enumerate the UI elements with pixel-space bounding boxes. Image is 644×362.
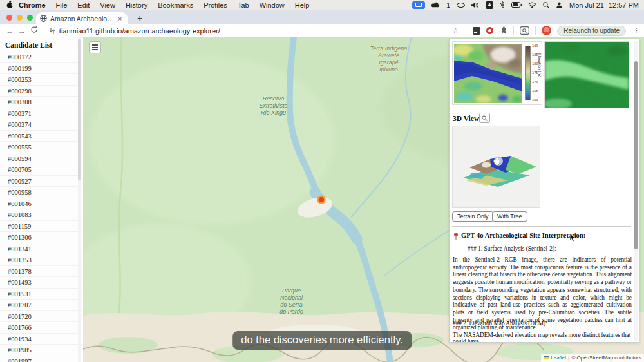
candidate-item[interactable]: #000927 bbox=[0, 176, 82, 187]
terrain-only-button[interactable]: Terrain Only bbox=[452, 211, 494, 222]
menu-item[interactable]: History bbox=[126, 1, 147, 9]
battery-icon[interactable] bbox=[511, 2, 522, 8]
candidate-item[interactable]: #001353 bbox=[0, 254, 82, 266]
candidate-item[interactable]: #000594 bbox=[0, 153, 82, 165]
profile-avatar[interactable] bbox=[542, 26, 551, 35]
candidate-list: #000172#000199#000253#000298#000308#0003… bbox=[0, 52, 82, 362]
candidate-item[interactable]: #000172 bbox=[0, 52, 82, 63]
url-text[interactable]: tianmiao11.github.io/amazon-archaeology-… bbox=[59, 27, 220, 35]
grab-cursor-icon bbox=[493, 156, 502, 169]
user-switch-icon[interactable] bbox=[556, 1, 563, 8]
candidate-item[interactable]: #001707 bbox=[0, 300, 82, 311]
3d-terrain-view[interactable] bbox=[452, 126, 540, 208]
candidate-item[interactable]: #001997 bbox=[0, 356, 82, 362]
extension-icons-row: Relaunch to update ⋮ bbox=[473, 26, 644, 36]
map-attribution: Leaflet | © OpenStreetMap contributors bbox=[541, 354, 644, 362]
tab-title: Amazon Archaeology Explor bbox=[50, 15, 115, 23]
candidate-item[interactable]: #001934 bbox=[0, 334, 82, 345]
window-minimize-button[interactable] bbox=[17, 15, 23, 21]
candidate-item[interactable]: #000298 bbox=[0, 86, 82, 97]
bookmark-star-icon[interactable]: ☆ bbox=[452, 26, 459, 35]
new-tab-button[interactable]: + bbox=[134, 13, 146, 24]
forward-button[interactable]: → bbox=[16, 26, 28, 35]
candidate-item[interactable]: #000705 bbox=[0, 164, 82, 176]
colorbar-tick: 160 bbox=[532, 99, 538, 102]
cloud-icon[interactable] bbox=[431, 2, 440, 8]
candidate-sidebar: Candidate List #000172#000199#000253#000… bbox=[0, 37, 82, 362]
candidate-item[interactable]: #001046 bbox=[0, 198, 82, 210]
candidate-item[interactable]: #001766 bbox=[0, 322, 82, 334]
candidate-item[interactable]: #000958 bbox=[0, 187, 82, 198]
screen-recording-icon[interactable] bbox=[412, 1, 425, 9]
window-maximize-button[interactable] bbox=[27, 15, 33, 21]
panel-divider bbox=[452, 226, 631, 227]
volume-icon[interactable] bbox=[471, 2, 479, 8]
wifi-icon[interactable] bbox=[528, 2, 536, 8]
candidate-item[interactable]: #001159 bbox=[0, 221, 82, 233]
tab-close-icon[interactable]: × bbox=[118, 15, 122, 23]
sidebar-scrollbar[interactable] bbox=[78, 37, 81, 362]
menu-item[interactable]: Chrome bbox=[19, 1, 46, 9]
candidate-item[interactable]: #001720 bbox=[0, 311, 82, 323]
colorbar-tick: 170 bbox=[532, 81, 538, 84]
leaflet-link[interactable]: Leaflet bbox=[551, 355, 566, 361]
candidate-item[interactable]: #000371 bbox=[0, 108, 82, 120]
gpt-interpretation-title: GPT-4o Archaeological Site Interpretatio… bbox=[453, 232, 627, 240]
extension-icon-red-ring[interactable] bbox=[486, 27, 493, 34]
apple-menu-icon[interactable] bbox=[6, 1, 14, 9]
osm-link[interactable]: © OpenStreetMap contributors bbox=[571, 355, 641, 361]
spotlight-search-icon[interactable] bbox=[543, 2, 549, 8]
canopy-image-figure bbox=[544, 41, 629, 108]
menu-item[interactable]: Help bbox=[295, 1, 310, 9]
with-tree-button[interactable]: With Tree bbox=[492, 211, 527, 222]
extension-icon-dark[interactable] bbox=[473, 27, 480, 35]
candidate-item[interactable]: #000555 bbox=[0, 142, 82, 153]
candidate-item[interactable]: #001531 bbox=[0, 289, 82, 300]
video-caption: do the discoveries more efficiently. bbox=[232, 331, 412, 350]
candidate-item[interactable]: #001378 bbox=[0, 266, 82, 278]
elevation-colorbar bbox=[525, 46, 531, 100]
candidate-item[interactable]: #000199 bbox=[0, 63, 82, 75]
menu-item[interactable]: Bookmarks bbox=[158, 1, 193, 9]
map-layers-button[interactable] bbox=[89, 41, 101, 53]
reload-button[interactable] bbox=[28, 26, 40, 35]
clock-time: 12:57 PM bbox=[609, 1, 639, 9]
relaunch-to-update-button[interactable]: Relaunch to update bbox=[557, 26, 626, 36]
pill-icon[interactable] bbox=[457, 3, 465, 8]
tab-search-icon[interactable] bbox=[520, 26, 529, 35]
candidate-item[interactable]: #001341 bbox=[0, 243, 82, 255]
menu-item[interactable]: File bbox=[56, 1, 68, 9]
menu-item[interactable]: Profiles bbox=[204, 1, 227, 9]
menu-item[interactable]: View bbox=[100, 1, 115, 9]
back-button[interactable]: ← bbox=[4, 26, 16, 35]
menu-item[interactable]: Edit bbox=[77, 1, 90, 9]
3d-view-zoom-button[interactable] bbox=[479, 113, 490, 123]
candidate-item[interactable]: #001985 bbox=[0, 345, 82, 356]
site-marker[interactable] bbox=[318, 196, 325, 204]
notification-count: 1 bbox=[446, 1, 450, 9]
window-close-button[interactable] bbox=[6, 15, 12, 21]
input-source-icon[interactable]: A bbox=[486, 1, 493, 9]
candidate-item[interactable]: #001083 bbox=[0, 209, 82, 221]
candidate-item[interactable]: #000253 bbox=[0, 74, 82, 86]
candidate-item[interactable]: #000374 bbox=[0, 119, 82, 131]
extensions-puzzle-icon[interactable] bbox=[499, 26, 507, 35]
menu-item[interactable]: Tab bbox=[238, 1, 249, 9]
browser-toolbar: ← → tianmiao11.github.io/amazon-archaeol… bbox=[0, 24, 644, 37]
site-settings-icon[interactable] bbox=[49, 27, 55, 35]
attribution-separator: | bbox=[568, 355, 569, 361]
panel-scrollbar-thumb[interactable] bbox=[634, 61, 638, 249]
candidate-item[interactable]: #001306 bbox=[0, 232, 82, 243]
address-bar[interactable]: tianmiao11.github.io/amazon-archaeology-… bbox=[44, 26, 464, 36]
candidate-item[interactable]: #001493 bbox=[0, 277, 82, 289]
candidate-item[interactable]: #000543 bbox=[0, 131, 82, 142]
panel-scrollbar[interactable] bbox=[634, 41, 638, 341]
chrome-menu-icon[interactable]: ⋮ bbox=[633, 26, 640, 35]
browser-tab-active[interactable]: Amazon Archaeology Explor × bbox=[36, 12, 128, 24]
menu-item[interactable]: Window bbox=[260, 1, 285, 9]
candidate-item[interactable]: #000308 bbox=[0, 97, 82, 108]
gpt-section-1-heading: ### 1. Surface Analysis (Sentinel-2): bbox=[468, 245, 556, 252]
bluetooth-icon[interactable] bbox=[500, 1, 505, 8]
canopy-image bbox=[545, 42, 629, 108]
menu-bar-clock[interactable]: Mon Jul 21 12:57 PM bbox=[569, 1, 639, 9]
